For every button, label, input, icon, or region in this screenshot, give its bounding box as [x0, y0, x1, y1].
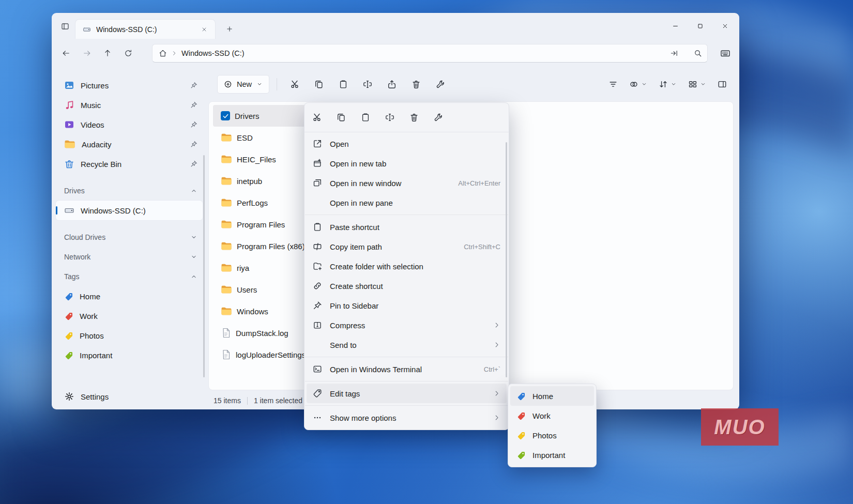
- submenu-tag-photos[interactable]: Photos: [510, 425, 594, 445]
- link-icon: [313, 281, 322, 291]
- sidebar-item-windows-ssd[interactable]: Windows-SSD (C:): [56, 201, 203, 220]
- file-name: Program Files (x86): [237, 242, 305, 251]
- sidebar-scrollbar[interactable]: [203, 155, 205, 377]
- sidebar-item-pictures[interactable]: Pictures: [52, 75, 207, 95]
- menu-item-open[interactable]: Open: [307, 134, 507, 154]
- menu-item-open-in-new-tab[interactable]: Open in new tab: [307, 154, 507, 173]
- drive-icon: [64, 205, 74, 216]
- chevron-down-icon: [190, 234, 197, 241]
- refresh-button[interactable]: [118, 44, 139, 63]
- menu-item-show-more-options[interactable]: Show more options: [307, 408, 507, 427]
- rename-button[interactable]: [357, 75, 378, 94]
- view-options-button[interactable]: [625, 75, 651, 94]
- back-button[interactable]: [56, 44, 77, 63]
- chevron-right-icon: [171, 50, 177, 56]
- tag-icon: [516, 431, 526, 440]
- sidebar-tag-important[interactable]: Important: [52, 345, 207, 365]
- folder-icon: [221, 133, 232, 142]
- menu-item-pin-to-sidebar[interactable]: Pin to Sidebar: [307, 296, 507, 315]
- new-button[interactable]: New: [217, 75, 269, 94]
- paste-button[interactable]: [333, 75, 354, 94]
- submenu-tag-important[interactable]: Important: [510, 445, 594, 465]
- delete-button[interactable]: [406, 75, 426, 94]
- sidebar-section-network[interactable]: Network: [52, 247, 207, 267]
- pin-icon[interactable]: [190, 160, 197, 167]
- layout-button[interactable]: [684, 75, 710, 94]
- minimize-button[interactable]: [663, 16, 688, 36]
- menu-item-open-in-windows-terminal[interactable]: Open in Windows TerminalCtrl+`: [307, 359, 507, 379]
- delete-button[interactable]: [404, 107, 424, 128]
- menu-shortcut: Ctrl+Shift+C: [464, 243, 500, 251]
- tag-label: Home: [532, 392, 553, 401]
- tag-icon: [64, 350, 73, 360]
- menu-item-label: Open: [330, 140, 349, 148]
- cut-button[interactable]: [307, 107, 327, 128]
- sidebar-item-label: Windows-SSD (C:): [81, 206, 146, 215]
- folder-icon: [221, 263, 232, 272]
- menu-item-edit-tags[interactable]: Edit tags: [307, 384, 507, 403]
- menu-item-open-in-new-window[interactable]: Open in new windowAlt+Ctrl+Enter: [307, 173, 507, 193]
- skip-to-end-icon[interactable]: [670, 49, 678, 57]
- folder-icon: [221, 307, 232, 316]
- tag-icon: [313, 389, 322, 398]
- tag-label: Work: [532, 411, 551, 420]
- menu-item-paste-shortcut[interactable]: Paste shortcut: [307, 217, 507, 237]
- menu-item-compress[interactable]: Compress: [307, 315, 507, 335]
- cut-button[interactable]: [284, 75, 305, 94]
- folder-icon: [221, 241, 232, 251]
- share-button[interactable]: [382, 75, 402, 94]
- rename-button[interactable]: [379, 107, 400, 128]
- forward-button[interactable]: [77, 44, 97, 63]
- copy-button[interactable]: [309, 75, 329, 94]
- home-icon[interactable]: [159, 49, 167, 57]
- sidebar-tag-photos[interactable]: Photos: [52, 326, 207, 345]
- sidebar-item-music[interactable]: Music: [52, 95, 207, 115]
- keyboard-icon[interactable]: [715, 44, 736, 63]
- close-button[interactable]: [712, 16, 737, 36]
- address-bar[interactable]: Windows-SSD (C:): [152, 44, 708, 63]
- up-button[interactable]: [97, 44, 118, 63]
- new-tab-button[interactable]: [224, 23, 235, 35]
- tab-close-icon[interactable]: [199, 24, 210, 35]
- tag-label: Photos: [532, 431, 557, 440]
- sidebar-item-label: Recycle Bin: [81, 160, 121, 169]
- details-pane-button[interactable]: [713, 75, 731, 94]
- sidebar-item-recycle-bin[interactable]: Recycle Bin: [52, 154, 207, 174]
- properties-wrench-button[interactable]: [428, 107, 449, 128]
- sidebar-section-drives[interactable]: Drives: [52, 181, 207, 201]
- maximize-button[interactable]: [688, 16, 712, 36]
- sidebar-item-videos[interactable]: Videos: [52, 115, 207, 134]
- checkbox-checked[interactable]: [221, 111, 230, 120]
- sidebar-section-tags[interactable]: Tags: [52, 267, 207, 286]
- tab-windows-ssd[interactable]: Windows-SSD (C:): [75, 19, 216, 39]
- sort-button[interactable]: [654, 75, 681, 94]
- folder-plus-icon: [313, 262, 322, 271]
- menu-item-open-in-new-pane[interactable]: Open in new pane: [307, 193, 507, 212]
- paste-button[interactable]: [355, 107, 376, 128]
- watermark-text: MUO: [714, 416, 765, 439]
- breadcrumb[interactable]: Windows-SSD (C:): [181, 49, 245, 57]
- menu-item-copy-item-path[interactable]: Copy item pathCtrl+Shift+C: [307, 237, 507, 256]
- copy-button[interactable]: [331, 107, 352, 128]
- sidebar-tag-home[interactable]: Home: [52, 286, 207, 306]
- address-bar-actions: [670, 44, 702, 62]
- pin-icon[interactable]: [190, 101, 197, 109]
- pin-icon[interactable]: [190, 141, 197, 148]
- filter-button[interactable]: [604, 75, 622, 94]
- sidebar-item-label: Audacity: [82, 140, 112, 149]
- pin-icon[interactable]: [190, 121, 197, 128]
- submenu-tag-work[interactable]: Work: [510, 406, 594, 425]
- submenu-tag-home[interactable]: Home: [510, 386, 594, 406]
- sidebar-section-cloud-drives[interactable]: Cloud Drives: [52, 227, 207, 247]
- menu-item-send-to[interactable]: Send to: [307, 335, 507, 355]
- search-icon[interactable]: [694, 49, 702, 57]
- sidebar-item-settings[interactable]: Settings: [52, 387, 207, 406]
- menu-item-create-shortcut[interactable]: Create shortcut: [307, 276, 507, 296]
- sidebar-toggle-button[interactable]: [58, 19, 72, 34]
- menu-item-create-folder-with-selection[interactable]: Create folder with selection: [307, 256, 507, 276]
- sidebar-item-audacity[interactable]: Audacity: [52, 134, 207, 154]
- properties-wrench-button[interactable]: [430, 75, 451, 94]
- pin-icon[interactable]: [190, 82, 197, 89]
- sidebar-tag-work[interactable]: Work: [52, 306, 207, 326]
- context-menu-scrollbar[interactable]: [506, 142, 507, 377]
